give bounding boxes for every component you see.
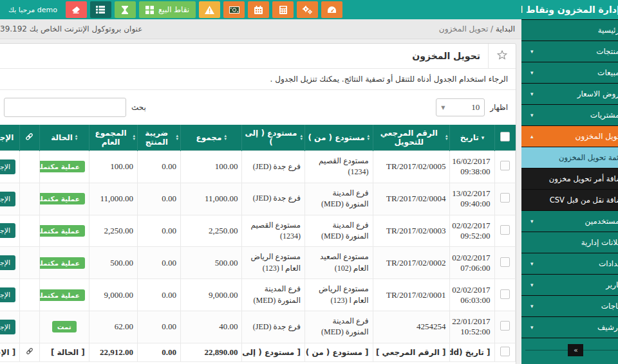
sidebar-item-add-transfer-order[interactable]: اضافة أمر تحويل مخزون [521,168,618,190]
sidebar-item-stock-transfer-list[interactable]: قائمة تحويل المخزون [521,147,618,168]
list-view-button[interactable] [90,1,111,18]
cell-link [20,247,39,279]
sidebar-item-label: المشتريات [590,111,618,120]
calendar-icon [254,6,263,14]
warning-triangle-icon [205,6,214,14]
table-row: 16/02/201709:38:00 TR/2017/02/0005 مستود… [0,151,516,183]
eraser-icon [71,6,80,14]
cell-total: 2,250.00 [181,215,242,247]
row-checkbox[interactable] [500,257,510,267]
search-input[interactable] [4,98,126,117]
breadcrumb: البداية / تحويل المخزون [439,24,515,33]
sidebar-item-stock-transfer[interactable]: تحويل المخزون ▴ [521,126,618,147]
cell-tax: 0.00 [137,215,180,247]
header-product-tax[interactable]: ▴▾ضريبة المنتج [137,125,180,151]
sidebar-item-announcements[interactable]: اعلانات إدارية [521,232,618,253]
header-grand-total[interactable]: ▴▾المجموع العام [89,125,137,151]
footer-checkbox[interactable] [500,347,510,356]
table-row: 02/02/201706:03:00 TR/2017/02/0001 مستود… [0,279,516,311]
row-checkbox[interactable] [500,225,510,235]
actions-button[interactable]: الإجراءات▾ [0,192,15,206]
footer-tax-sum: 0.00 [137,343,180,361]
cell-warehouse-to: مستودع الرياض العام ا (123) [242,247,305,279]
cogs-icon [303,6,312,14]
money-icon [229,6,239,14]
actions-button[interactable]: الإجراءات▾ [0,255,15,270]
header-reference[interactable]: ▴▾الرقم المرجعي للتحويل [373,125,450,151]
sidebar-item-quotes[interactable]: عروض الاسعار ▾ [521,84,618,105]
chain-link-icon [26,348,33,357]
sidebar-item-label: قائمة تحويل المخزون [559,153,618,162]
cell-date: 02/02/201707:06:00 [450,247,494,279]
cell-total: 9,000.00 [181,279,242,311]
top-navbar: مرحبا بك demo نقاط البيع [0,0,521,19]
settings-cogs-button[interactable] [297,1,318,18]
stock-transfer-table: ▾تاريخ ▴▾الرقم المرجعي للتحويل ▴▾مستودع … [0,125,516,362]
sidebar-item-products[interactable]: المنتجات ▾ [521,41,618,62]
eraser-button[interactable] [66,1,87,18]
breadcrumb-home-link[interactable]: البداية [496,24,515,33]
actions-button[interactable]: الإجراءات▾ [0,223,15,238]
sidebar-item-label: اضافة نقل من قبل CSV [550,196,618,205]
row-checkbox[interactable] [500,289,510,299]
actions-button[interactable]: الإجراءات▾ [0,320,15,334]
calculator-button[interactable] [272,1,294,18]
money-button[interactable] [223,1,245,18]
sidebar-item-settings[interactable]: اعدادات ▾ [521,253,618,275]
actions-button[interactable]: الإجراءات▾ [0,159,15,174]
header-total[interactable]: ▴▾مجموع [181,125,242,151]
row-checkbox[interactable] [500,193,510,203]
sidebar-item-reports[interactable]: تقارير ▾ [521,275,618,296]
row-checkbox[interactable] [500,321,510,331]
sidebar-item-home[interactable]: الرئيسية [521,19,618,41]
header-warehouse-to[interactable]: ▴▾مستودع ( إلى ) [242,125,305,151]
sort-icon: ▴▾ [176,134,178,141]
table-row: 22/01/201710:52:00 4254254 فرع المدينة ا… [0,311,516,343]
sidebar-item-label: المبيعات [597,68,618,77]
header-date[interactable]: ▾تاريخ [450,125,494,151]
page-size-select[interactable]: 10 ▼ [436,98,485,116]
cell-reference: 4254254 [373,311,450,343]
sidebar-collapse-button[interactable]: » [568,344,583,356]
status-badge: عملية مكتملة [39,257,85,269]
dashboard-button[interactable] [321,1,342,18]
sidebar-item-purchases[interactable]: المشتريات ▾ [521,105,618,126]
footer-status-filter[interactable]: [ الحالة ] [39,343,89,361]
cell-reference: TR/2017/02/0001 [373,279,450,311]
select-all-checkbox[interactable] [500,132,510,141]
favorite-toggle[interactable] [488,44,516,68]
sidebar-item-archive[interactable]: الارشيف ▾ [521,317,618,338]
sidebar-item-label: انتاجات [601,302,618,311]
sidebar-item-productions[interactable]: انتاجات ▾ [521,296,618,317]
sidebar-item-add-transfer-csv[interactable]: اضافة نقل من قبل CSV [521,190,618,211]
row-checkbox[interactable] [500,161,510,170]
chevron-down-icon: ▾ [530,112,534,118]
footer-date-filter[interactable]: [ تاريخ (y-mm-dd) ] [450,343,494,361]
main-content: تحويل المخزون الرجاء استخدام الجدول أدنا… [0,39,521,364]
sidebar-item-sales[interactable]: المبيعات ▾ [521,62,618,84]
page-size-value: 10 [471,102,480,113]
header-status[interactable]: ▴▾الحالة [39,125,89,151]
chevron-down-icon: ▾ [530,282,534,288]
cell-link [20,279,39,311]
header-warehouse-from[interactable]: ▴▾مستودع ( من ) [304,125,373,151]
footer-ref-filter[interactable]: [ الرقم المرجعي ] [373,343,450,361]
calculator-icon [279,6,287,14]
page-size-control: اظهار 10 ▼ [436,98,508,116]
chain-link-icon [25,132,33,143]
cell-warehouse-from: مستودع القصيم (1234) [304,151,373,183]
sidebar-item-users[interactable]: المستخدمين ▾ [521,211,618,232]
status-badge: تمت [52,321,77,332]
double-chevron-left-icon: » [574,346,578,354]
cell-link [20,311,39,343]
cell-total: 500.00 [181,247,242,279]
footer-from-filter[interactable]: [ مستودع ( من ) ] [304,343,373,361]
chevron-down-icon: ▾ [530,48,534,55]
footer-to-filter[interactable]: [ مستودع ( إلى ) ] [242,343,305,361]
calendar-button[interactable] [248,1,269,18]
alerts-button[interactable] [199,1,220,18]
hourglass-button[interactable] [115,1,136,18]
pos-button[interactable]: نقاط البيع [139,1,196,18]
sidebar-item-label: اعدادات [599,259,618,268]
actions-button[interactable]: الإجراءات▾ [0,287,15,302]
